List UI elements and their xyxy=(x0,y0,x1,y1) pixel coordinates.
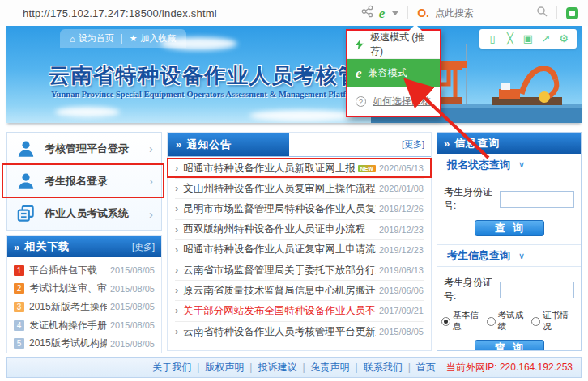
browser-mode-icon[interactable]: e xyxy=(379,6,386,20)
browser-address-bar: http://175.102.17.247:18500/index.shtml … xyxy=(0,0,588,26)
menu-item-compatibility-mode[interactable]: e 兼容模式 xyxy=(347,59,440,87)
footer-link[interactable]: 免责声明 xyxy=(311,362,350,373)
menu-item-speed-mode[interactable]: 极速模式 (推荐) xyxy=(347,31,440,59)
id-number-input[interactable] xyxy=(500,191,574,208)
add-favorite-button[interactable]: ★ 加入收藏 xyxy=(130,32,177,44)
footer-link[interactable]: 版权声明 xyxy=(205,362,244,373)
radio-label: 基本信息 xyxy=(453,310,487,332)
section-registration-status-query[interactable]: 报名状态查询 ∨ xyxy=(437,154,581,176)
radio-icon[interactable] xyxy=(531,317,540,326)
download-list-item[interactable]: 2 考试计划送审、审核… 2015/08/05 xyxy=(14,280,155,298)
notice-list-item[interactable]: › 昭通市特种设备作业人员新取证网上报名流程 NEW2020/05/13 xyxy=(175,159,424,179)
cloud-decoration xyxy=(249,110,355,121)
notice-list-item[interactable]: › 云南省市场监督管理局关于委托下放部分行政许可… 2019/08/13 xyxy=(175,260,424,281)
downloads-panel-title: 相关下载 xyxy=(24,239,70,254)
lightning-icon xyxy=(356,39,364,50)
notice-list-item[interactable]: › 关于部分网站发布全国特种设备作业人员不实信息… 2017/09/21 xyxy=(175,301,424,321)
divider: | xyxy=(302,362,305,373)
notice-title[interactable]: 昭通市特种设备作业人员证复审网上申请流程及相… xyxy=(183,243,376,256)
download-list-item[interactable]: 5 2015版考试机构操… 2015/08/05 xyxy=(14,334,155,353)
site-subtitle-english: Yunnan Province Special Equipment Operat… xyxy=(51,90,361,99)
chevron-down-icon[interactable] xyxy=(392,11,398,15)
download-title[interactable]: 2015版考试机构操… xyxy=(29,337,107,350)
export-icon[interactable]: ↗ xyxy=(537,32,555,46)
download-title[interactable]: 平台插件包下载 xyxy=(29,264,97,277)
menu-item-operator-exam-system[interactable]: 作业人员考试系统 › xyxy=(7,197,161,230)
mobile-icon[interactable]: ▯ xyxy=(484,32,501,46)
info-query-panel: » 信息查询 报名状态查询 ∨ 考生身份证号: 查询 考生信息查询 ∨ xyxy=(437,132,582,351)
radio-option[interactable]: 基本信息 xyxy=(441,310,487,332)
downloads-panel: » 相关下载 [更多] 1 平台插件包下载 2015/08/05 2 考试计划送… xyxy=(6,235,162,353)
notice-list-item[interactable]: › 云南省特种设备作业人员考核管理平台更新至20… 2015/08/05 xyxy=(175,322,424,342)
tab-notices[interactable]: » 通知公告 xyxy=(168,133,289,156)
notice-title[interactable]: 云南省特种设备作业人员考核管理平台更新至20… xyxy=(183,325,376,339)
download-date: 2015/08/05 xyxy=(107,339,155,349)
save-icon[interactable]: ▣ xyxy=(519,32,537,46)
left-column: 考核管理平台登录 › 考生报名登录 › 作业人员考试系统 › xyxy=(6,132,162,351)
notice-date: 2019/06/06 xyxy=(376,286,424,295)
cloud-decoration xyxy=(55,107,120,117)
info-query-panel-title: 信息查询 xyxy=(454,136,500,150)
download-title[interactable]: 2015新版考生操作… xyxy=(29,300,107,314)
footer-link[interactable]: 关于我们 xyxy=(152,362,191,373)
download-title[interactable]: 考试计划送审、审核… xyxy=(29,282,107,295)
notice-title[interactable]: 文山州特种设备作业人员复审网上操作流程 xyxy=(183,182,376,196)
notice-list-item[interactable]: › 昭通市特种设备作业人员证复审网上申请流程及相… 2019/12/23 xyxy=(175,240,424,260)
exam-card-icon xyxy=(15,203,36,224)
settings-icon[interactable]: ⚙ xyxy=(555,32,573,46)
notice-title[interactable]: 云南省市场监督管理局关于委托下放部分行政许可… xyxy=(183,264,376,277)
menu-item-label: 极速模式 (推荐) xyxy=(370,31,432,58)
fullscreen-icon[interactable]: ╳ xyxy=(501,32,519,46)
radio-option[interactable]: 证书情况 xyxy=(531,310,577,332)
extension-icon[interactable] xyxy=(566,7,578,19)
chevron-right-icon: › xyxy=(149,174,153,188)
id-number-label: 考生身份证号: xyxy=(444,276,497,303)
search-icon[interactable] xyxy=(536,6,548,20)
browser-bar-controls: e O. 点此搜索 xyxy=(361,5,588,21)
notice-list-item[interactable]: › 文山州特种设备作业人员复审网上操作流程 2020/01/08 xyxy=(175,179,424,199)
notice-list-item[interactable]: › 昆明市市场监督管理局特种设备作业人员复审流程… 2019/12/26 xyxy=(175,199,424,219)
query-button[interactable]: 查询 xyxy=(475,220,544,236)
divider: | xyxy=(249,362,252,373)
set-homepage-button[interactable]: ⌂ 设为首页 xyxy=(70,32,114,44)
star-icon: ★ xyxy=(130,33,138,44)
set-homepage-label: 设为首页 xyxy=(79,32,114,44)
section-candidate-info-query[interactable]: 考生信息查询 ∨ xyxy=(437,244,581,267)
radio-icon[interactable] xyxy=(441,317,450,326)
radio-icon[interactable] xyxy=(487,317,496,326)
id-number-input[interactable] xyxy=(500,282,574,298)
menu-item-candidate-registration-login[interactable]: 考生报名登录 › xyxy=(7,165,161,197)
notices-panel-title: 通知公告 xyxy=(186,138,232,152)
site-banner: ⌂ 设为首页 ★ 加入收藏 云南省特种设备作业人员考核管理平台 Yunnan P… xyxy=(6,26,582,123)
divider: | xyxy=(197,362,199,373)
url-text[interactable]: http://175.102.17.247:18500/index.shtml xyxy=(23,7,217,19)
rank-badge: 1 xyxy=(14,265,24,276)
notice-title[interactable]: 西双版纳州特种设备作业人员证申办流程 xyxy=(183,222,365,236)
footer-link[interactable]: 投诉建议 xyxy=(258,362,296,373)
query-button[interactable]: 查询 xyxy=(475,340,544,351)
notice-list-item[interactable]: › 西双版纳州特种设备作业人员证申办流程 2019/12/23 xyxy=(175,220,424,240)
notice-title[interactable]: 昭通市特种设备作业人员新取证网上报名流程 xyxy=(183,162,354,176)
download-list-item[interactable]: 4 发证机构操作手册 2015/08/05 xyxy=(14,316,155,335)
notices-more-link[interactable]: [更多] xyxy=(402,138,431,150)
notice-title[interactable]: 昆明市市场监督管理局特种设备作业人员复审流程… xyxy=(183,202,376,216)
search-input[interactable]: 点此搜索 xyxy=(435,6,530,20)
radio-option[interactable]: 考试成绩 xyxy=(487,310,532,332)
download-list-item[interactable]: 1 平台插件包下载 2015/08/05 xyxy=(14,261,155,280)
query-type-radio-group: 基本信息 考试成绩 证书情况 xyxy=(437,303,581,332)
right-column: » 信息查询 报名状态查询 ∨ 考生身份证号: 查询 考生信息查询 ∨ xyxy=(437,132,582,351)
footer-link[interactable]: 首页 xyxy=(416,362,436,373)
notice-title[interactable]: 原云南省质量技术监督局信息中心机房搬迁公告 xyxy=(183,284,376,298)
notice-date: 2015/08/05 xyxy=(376,327,424,337)
notice-list-item[interactable]: › 原云南省质量技术监督局信息中心机房搬迁公告 2019/06/06 xyxy=(175,281,424,301)
search-engine-logo[interactable]: O. xyxy=(417,6,429,19)
downloads-more-link[interactable]: [更多] xyxy=(132,241,155,253)
download-title[interactable]: 发证机构操作手册 xyxy=(29,319,107,332)
share-icon[interactable] xyxy=(361,5,373,21)
download-list-item[interactable]: 3 2015新版考生操作… 2015/08/05 xyxy=(14,298,155,316)
download-date: 2015/08/05 xyxy=(107,320,155,330)
notice-title[interactable]: 关于部分网站发布全国特种设备作业人员不实信息… xyxy=(183,304,376,318)
menu-item-how-to-choose-kernel[interactable]: ? 如何选择内核 xyxy=(347,87,440,116)
footer-link[interactable]: 联系我们 xyxy=(364,362,403,373)
menu-item-assessment-platform-login[interactable]: 考核管理平台登录 › xyxy=(7,133,161,165)
